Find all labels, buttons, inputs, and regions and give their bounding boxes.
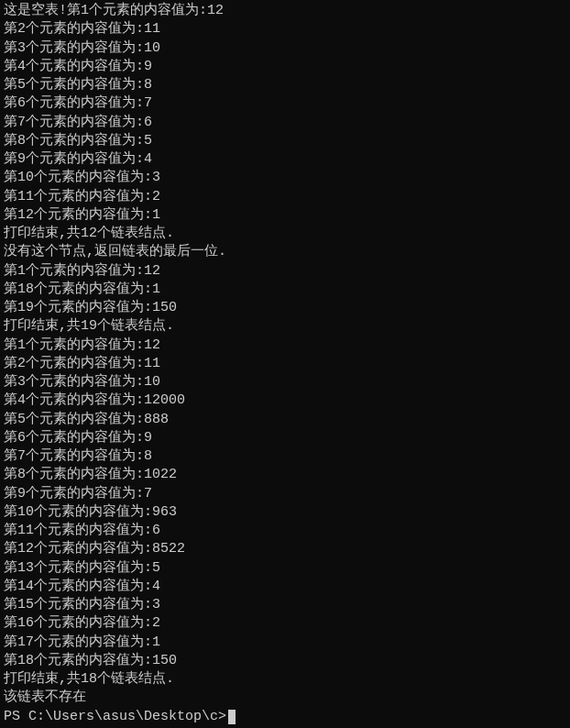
terminal-line: 第4个元素的内容值为:12000 bbox=[4, 392, 566, 410]
terminal-line: 第10个元素的内容值为:963 bbox=[4, 503, 566, 522]
terminal-line: 第17个元素的内容值为:1 bbox=[4, 634, 566, 652]
terminal-line: 第4个元素的内容值为:9 bbox=[4, 58, 566, 76]
terminal-line: 没有这个节点,返回链表的最后一位. bbox=[4, 243, 566, 261]
terminal-line: 第2个元素的内容值为:11 bbox=[4, 355, 566, 373]
terminal-line: 第15个元素的内容值为:3 bbox=[4, 596, 566, 614]
terminal-line: 第3个元素的内容值为:10 bbox=[4, 373, 566, 392]
terminal-line: 第16个元素的内容值为:2 bbox=[4, 614, 566, 633]
terminal-line: 第1个元素的内容值为:12 bbox=[4, 262, 566, 281]
terminal-line: 第9个元素的内容值为:7 bbox=[4, 485, 566, 503]
terminal-line: 第7个元素的内容值为:8 bbox=[4, 447, 566, 466]
terminal-line: 第8个元素的内容值为:1022 bbox=[4, 466, 566, 484]
terminal-line: 第2个元素的内容值为:11 bbox=[4, 20, 566, 39]
terminal-line: 第11个元素的内容值为:6 bbox=[4, 522, 566, 540]
terminal-line: 第1个元素的内容值为:12 bbox=[4, 336, 566, 355]
terminal-line: 打印结束,共12个链表结点. bbox=[4, 225, 566, 243]
terminal-line: 第9个元素的内容值为:4 bbox=[4, 150, 566, 169]
terminal-line: 这是空表!第1个元素的内容值为:12 bbox=[4, 2, 566, 20]
terminal-line: 打印结束,共18个链表结点. bbox=[4, 670, 566, 689]
terminal-line: 第5个元素的内容值为:888 bbox=[4, 411, 566, 429]
terminal-line: 打印结束,共19个链表结点. bbox=[4, 317, 566, 336]
terminal-line: 第5个元素的内容值为:8 bbox=[4, 76, 566, 94]
terminal-prompt: PS C:\Users\asus\Desktop\c> bbox=[4, 708, 226, 726]
terminal-line: 第8个元素的内容值为:5 bbox=[4, 132, 566, 150]
terminal-line: 第12个元素的内容值为:8522 bbox=[4, 540, 566, 558]
terminal-line: 第3个元素的内容值为:10 bbox=[4, 39, 566, 58]
terminal-output: 这是空表!第1个元素的内容值为:12第2个元素的内容值为:11第3个元素的内容值… bbox=[4, 2, 566, 708]
terminal-line: 第14个元素的内容值为:4 bbox=[4, 578, 566, 596]
terminal-line: 第7个元素的内容值为:6 bbox=[4, 114, 566, 132]
terminal-line: 第18个元素的内容值为:1 bbox=[4, 281, 566, 299]
terminal-line: 第12个元素的内容值为:1 bbox=[4, 206, 566, 225]
terminal-line: 第6个元素的内容值为:7 bbox=[4, 94, 566, 113]
terminal-line: 第6个元素的内容值为:9 bbox=[4, 429, 566, 447]
terminal-line: 第13个元素的内容值为:5 bbox=[4, 559, 566, 578]
terminal-line: 第11个元素的内容值为:2 bbox=[4, 188, 566, 206]
terminal-prompt-line[interactable]: PS C:\Users\asus\Desktop\c> bbox=[4, 708, 566, 726]
terminal-line: 第18个元素的内容值为:150 bbox=[4, 652, 566, 670]
cursor-icon bbox=[228, 710, 236, 724]
terminal-line: 第19个元素的内容值为:150 bbox=[4, 299, 566, 317]
terminal-line: 第10个元素的内容值为:3 bbox=[4, 169, 566, 187]
terminal-line: 该链表不存在 bbox=[4, 689, 566, 707]
